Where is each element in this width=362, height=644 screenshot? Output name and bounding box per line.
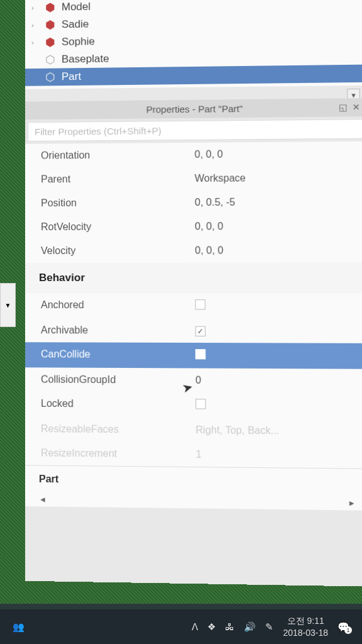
- prop-label: Locked: [41, 398, 195, 412]
- chevron-icon[interactable]: ›: [31, 21, 39, 29]
- prop-value[interactable]: 0: [195, 375, 353, 387]
- part-icon: ⬡: [44, 71, 57, 84]
- explorer-panel: › ⬢ Model › ⬢ Sadie › ⬢ Sophie ⬡ Basepla…: [25, 0, 362, 89]
- tree-label: Sophie: [62, 35, 95, 48]
- prop-anchored[interactable]: Anchored: [25, 293, 362, 319]
- prop-value[interactable]: 0, 0, 0: [194, 148, 351, 160]
- prop-locked[interactable]: Locked: [25, 391, 362, 419]
- behavior-section[interactable]: Behavior: [25, 262, 362, 293]
- prop-value[interactable]: Workspace: [195, 172, 351, 184]
- volume-icon[interactable]: 🔊: [244, 621, 256, 633]
- part-section[interactable]: Part: [25, 465, 362, 496]
- filter-placeholder: Filter Properties (Ctrl+Shift+P): [35, 125, 162, 137]
- notification-icon[interactable]: 💬1: [337, 621, 349, 633]
- tree-label: Sadie: [62, 18, 89, 31]
- tree-label: Part: [62, 70, 81, 83]
- prop-label: Anchored: [41, 299, 195, 312]
- prop-label: Archivable: [41, 325, 195, 336]
- part-icon: ⬡: [44, 53, 57, 66]
- close-icon[interactable]: ✕: [353, 102, 361, 112]
- network-icon[interactable]: 🖧: [225, 621, 234, 632]
- prop-parent[interactable]: Parent Workspace: [25, 165, 362, 191]
- properties-title: Properties - Part "Part": [146, 103, 243, 114]
- prop-resizeincrement: ResizeIncrement 1: [25, 441, 362, 469]
- chevron-icon[interactable]: ›: [31, 38, 39, 46]
- prop-label: Position: [41, 197, 195, 209]
- prop-rotvelocity[interactable]: RotVelocity 0, 0, 0: [25, 214, 362, 239]
- prop-value: 1: [195, 449, 353, 462]
- checkbox-cancollide[interactable]: [195, 349, 206, 359]
- tree-label: Model: [62, 1, 90, 13]
- notification-count: 1: [344, 626, 352, 634]
- prop-value[interactable]: 0, 0.5, -5: [195, 196, 351, 208]
- tree-item-part[interactable]: ⬡ Part: [25, 65, 362, 86]
- prop-value[interactable]: 0, 0, 0: [195, 245, 351, 257]
- prop-label: Parent: [41, 173, 195, 185]
- prop-label: RotVelocity: [41, 221, 195, 233]
- tray-chevron-icon[interactable]: ᐱ: [192, 621, 198, 633]
- dropbox-icon[interactable]: ❖: [207, 621, 216, 633]
- scroll-left-icon[interactable]: ◄: [39, 495, 47, 504]
- studio-panels: › ⬢ Model › ⬢ Sadie › ⬢ Sophie ⬡ Basepla…: [25, 0, 362, 587]
- prop-orientation[interactable]: Orientation 0, 0, 0: [25, 142, 362, 168]
- properties-body: Orientation 0, 0, 0 Parent Workspace Pos…: [25, 142, 362, 511]
- model-icon: ⬢: [44, 1, 57, 14]
- prop-position[interactable]: Position 0, 0.5, -5: [25, 190, 362, 216]
- chevron-icon[interactable]: ›: [31, 4, 39, 11]
- prop-value: Right, Top, Back...: [195, 425, 353, 437]
- model-icon: ⬢: [44, 18, 57, 31]
- checkbox-archivable[interactable]: ✓: [195, 326, 206, 336]
- tree-label: Baseplate: [62, 53, 109, 66]
- prop-resizeablefaces: ResizeableFaces Right, Top, Back...: [25, 417, 362, 444]
- prop-label: ResizeIncrement: [41, 447, 196, 460]
- input-icon[interactable]: ✎: [265, 621, 273, 633]
- horizontal-scroll[interactable]: ◄ ►: [25, 492, 362, 511]
- prop-label: Velocity: [41, 245, 195, 257]
- checkbox-anchored[interactable]: [195, 299, 205, 309]
- clock[interactable]: 오전 9:11 2018-03-18: [283, 615, 328, 638]
- clock-time: 오전 9:11: [283, 615, 328, 626]
- filter-input[interactable]: Filter Properties (Ctrl+Shift+P): [28, 119, 362, 142]
- properties-header: Properties - Part "Part" ◱ ✕: [25, 98, 362, 119]
- prop-label: ResizeableFaces: [41, 423, 195, 436]
- model-icon: ⬢: [44, 36, 57, 48]
- left-panel-scroll[interactable]: ▼: [0, 283, 16, 327]
- clock-date: 2018-03-18: [283, 627, 328, 638]
- scroll-right-icon[interactable]: ►: [348, 499, 356, 508]
- prop-label: Orientation: [41, 149, 195, 162]
- prop-cancollide[interactable]: CanCollide: [25, 342, 362, 369]
- undock-icon[interactable]: ◱: [339, 102, 348, 112]
- prop-value[interactable]: 0, 0, 0: [195, 220, 351, 232]
- taskbar: 👥 ᐱ ❖ 🖧 🔊 ✎ 오전 9:11 2018-03-18 💬1: [0, 609, 362, 644]
- prop-label: CanCollide: [41, 348, 195, 362]
- prop-archivable[interactable]: Archivable ✓: [25, 318, 362, 343]
- people-icon[interactable]: 👥: [13, 621, 25, 633]
- checkbox-locked[interactable]: [195, 399, 206, 409]
- prop-velocity[interactable]: Velocity 0, 0, 0: [25, 238, 362, 263]
- prop-label: CollisionGroupId: [41, 374, 195, 386]
